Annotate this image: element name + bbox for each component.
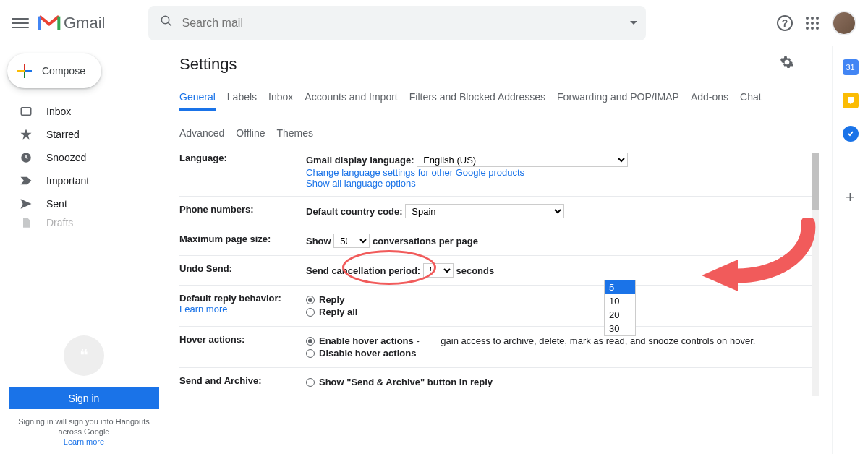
tab-themes[interactable]: Themes xyxy=(277,121,314,145)
signin-button[interactable]: Sign in xyxy=(9,387,159,409)
dropdown-option[interactable]: 20 xyxy=(605,308,635,322)
svg-point-0 xyxy=(162,16,170,24)
undo-period-label: Send cancellation period: xyxy=(306,265,420,276)
tasks-icon[interactable] xyxy=(843,126,859,142)
hover-radio-enable[interactable]: Enable hover actions - xxxxgain access t… xyxy=(306,335,755,346)
search-box[interactable] xyxy=(148,6,646,40)
hangouts-panel: ❝ Sign in Signing in will sign you into … xyxy=(0,335,168,447)
sidebar-item-label: Starred xyxy=(46,129,80,140)
show-lang-link[interactable]: Show all language options xyxy=(306,178,416,189)
radio-icon xyxy=(306,378,315,387)
row-label: Maximum page size: xyxy=(179,234,306,248)
menu-icon[interactable] xyxy=(12,14,29,32)
hover-radio-disable[interactable]: Disable hover actions xyxy=(306,348,755,359)
sidebar-item-inbox[interactable]: Inbox xyxy=(6,100,168,123)
change-lang-link[interactable]: Change language settings for other Googl… xyxy=(306,167,524,178)
tab-addons[interactable]: Add-ons xyxy=(691,85,728,110)
avatar[interactable] xyxy=(832,11,856,35)
sidebar-item-sent[interactable]: Sent xyxy=(6,192,168,215)
row-label: Phone numbers: xyxy=(179,204,306,218)
dropdown-option[interactable]: 5 xyxy=(605,280,635,294)
tab-advanced[interactable]: Advanced xyxy=(179,121,224,145)
main-content: Settings General Labels Inbox Accounts a… xyxy=(168,46,832,454)
reply-radio-reply[interactable]: Reply xyxy=(306,294,357,305)
row-phone: Phone numbers: Default country code: Spa… xyxy=(179,197,814,226)
row-content: Enable hover actions - xxxxgain access t… xyxy=(306,334,755,360)
row-content: Send cancellation period: 5 seconds xyxy=(306,263,494,278)
tab-offline[interactable]: Offline xyxy=(236,121,265,145)
pagesize-suffix: conversations per page xyxy=(373,236,478,247)
row-sendarchive: Send and Archive: Show "Send & Archive" … xyxy=(179,368,814,396)
dropdown-option[interactable]: 30 xyxy=(605,322,635,335)
pagesize-prefix: Show xyxy=(306,236,331,247)
svg-marker-6 xyxy=(21,199,32,209)
row-reply: Default reply behavior: Learn more Reply… xyxy=(179,286,814,327)
search-options-icon[interactable] xyxy=(630,21,637,25)
apps-icon[interactable] xyxy=(806,17,819,30)
sidebar-item-important[interactable]: Important xyxy=(6,169,168,192)
row-pagesize: Maximum page size: Show 50 conversations… xyxy=(179,226,814,256)
row-hover: Hover actions: Enable hover actions - xx… xyxy=(179,327,814,368)
sidebar-item-label: Sent xyxy=(46,198,67,210)
sidebar-item-label: Drafts xyxy=(46,217,73,228)
add-addon-icon[interactable]: + xyxy=(846,188,855,207)
gmail-m-icon xyxy=(38,14,61,32)
undo-suffix: seconds xyxy=(456,265,494,276)
row-label: Language: xyxy=(179,153,306,189)
help-icon[interactable]: ? xyxy=(777,15,793,31)
star-icon xyxy=(19,128,33,141)
clock-icon xyxy=(19,151,33,164)
display-language-select[interactable]: English (US) xyxy=(417,153,628,167)
settings-body: Language: Gmail display language: Englis… xyxy=(179,145,832,396)
tab-filters[interactable]: Filters and Blocked Addresses xyxy=(409,85,545,110)
undo-period-select[interactable]: 5 xyxy=(423,263,454,278)
nav-list: Inbox Starred Snoozed Important Sent Dra… xyxy=(6,100,168,230)
dropdown-option[interactable]: 10 xyxy=(605,294,635,308)
sendarchive-radio[interactable]: Show "Send & Archive" button in reply xyxy=(306,377,493,387)
sidebar-item-label: Inbox xyxy=(46,106,71,117)
radio-icon xyxy=(306,349,315,358)
sidebar-item-starred[interactable]: Starred xyxy=(6,123,168,146)
sidebar-item-drafts[interactable]: Drafts xyxy=(6,215,168,230)
row-label: Undo Send: xyxy=(179,263,306,278)
gmail-logo[interactable]: Gmail xyxy=(38,14,105,33)
calendar-icon[interactable]: 31 xyxy=(843,59,859,75)
row-content: Show "Send & Archive" button in reply xyxy=(306,375,493,389)
learn-more-link[interactable]: Learn more xyxy=(64,437,104,446)
scrollbar-thumb[interactable] xyxy=(812,153,819,210)
tab-forwarding[interactable]: Forwarding and POP/IMAP xyxy=(557,85,679,110)
send-icon xyxy=(19,197,33,210)
keep-icon[interactable] xyxy=(843,93,859,108)
drafts-icon xyxy=(19,216,33,229)
radio-icon xyxy=(306,308,315,317)
hangouts-text: Signing in will sign you into Hangouts a… xyxy=(6,416,162,447)
display-language-label: Gmail display language: xyxy=(306,155,414,166)
search-icon xyxy=(160,14,173,31)
gear-icon[interactable] xyxy=(780,55,794,73)
compose-label: Compose xyxy=(42,65,85,77)
learn-more-link[interactable]: Learn more xyxy=(179,304,227,314)
tab-inbox[interactable]: Inbox xyxy=(268,85,293,110)
country-code-select[interactable]: Spain xyxy=(405,204,564,218)
sidebar-item-snoozed[interactable]: Snoozed xyxy=(6,146,168,169)
radio-icon xyxy=(306,296,315,304)
row-label: Default reply behavior: Learn more xyxy=(179,293,306,319)
important-icon xyxy=(19,176,33,186)
inbox-icon xyxy=(19,105,33,118)
pagesize-select[interactable]: 50 xyxy=(333,234,370,248)
row-language: Language: Gmail display language: Englis… xyxy=(179,145,814,197)
plus-icon xyxy=(17,64,32,78)
undo-period-dropdown[interactable]: 5 10 20 30 xyxy=(604,280,636,336)
compose-button[interactable]: Compose xyxy=(7,53,101,88)
logo-text: Gmail xyxy=(64,14,105,33)
row-content: Show 50 conversations per page xyxy=(306,234,478,248)
row-label: Send and Archive: xyxy=(179,375,306,389)
tab-accounts[interactable]: Accounts and Import xyxy=(305,85,397,110)
tab-chat[interactable]: Chat xyxy=(740,85,762,110)
tab-labels[interactable]: Labels xyxy=(227,85,257,110)
tab-general[interactable]: General xyxy=(179,85,216,111)
reply-radio-replyall[interactable]: Reply all xyxy=(306,307,357,317)
sidebar-item-label: Important xyxy=(46,175,89,187)
search-input[interactable] xyxy=(182,17,634,30)
row-undo-send: Undo Send: Send cancellation period: 5 s… xyxy=(179,256,814,286)
